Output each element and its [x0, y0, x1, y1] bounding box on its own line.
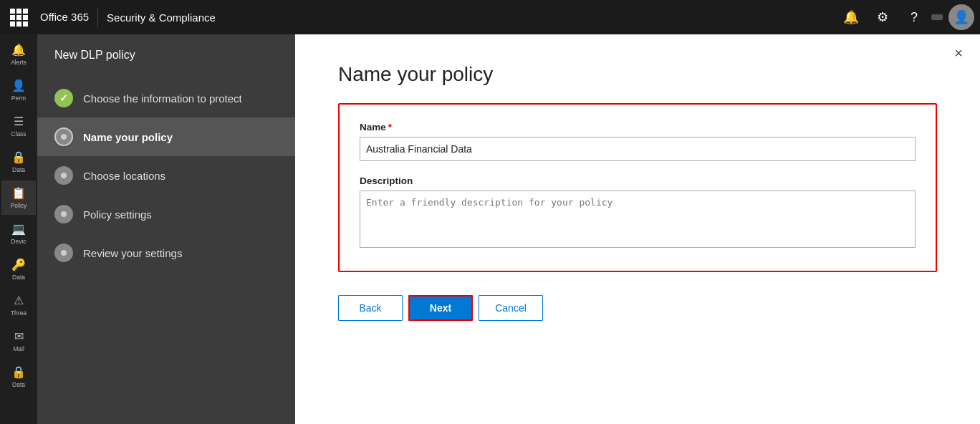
wizard-sidebar: New DLP policy ✓ Choose the information …: [37, 34, 295, 424]
user-name: [931, 14, 943, 20]
settings-button[interactable]: ⚙: [868, 3, 897, 32]
step-circle-review-settings: [54, 244, 73, 262]
sidebar-label-data2: Data: [12, 274, 25, 281]
wizard-step-review-settings[interactable]: Review your settings: [37, 233, 295, 272]
classification-icon: ☰: [14, 115, 24, 128]
sidebar-item-data3[interactable]: 🔒 Data: [1, 360, 36, 394]
step-circle-name-policy: [54, 127, 73, 146]
app-launcher-button[interactable]: [6, 4, 32, 30]
step-circle-choose-info: ✓: [54, 89, 73, 107]
main-layout: 🔔 Alerts 👤 Perm ☰ Class 🔒 Data 📋 Policy …: [0, 34, 980, 424]
permissions-icon: 👤: [11, 79, 26, 92]
step-label-policy-settings: Policy settings: [83, 208, 152, 221]
app-label: Security & Compliance: [107, 11, 837, 24]
data-gov-icon: 🔒: [11, 150, 26, 164]
sidebar-label-data-gov: Data: [12, 166, 25, 173]
wizard-step-name-policy[interactable]: Name your policy: [37, 117, 295, 156]
device-icon: 💻: [11, 222, 26, 236]
step-dot-policy-settings: [61, 211, 67, 217]
sidebar-item-classification[interactable]: ☰ Class: [1, 109, 36, 143]
description-label: Description: [360, 175, 916, 186]
step-circle-choose-locations: [54, 166, 73, 185]
sidebar-label-policy: Policy: [11, 202, 27, 209]
sidebar-label-device: Devic: [11, 238, 26, 245]
sidebar-label-classification: Class: [11, 130, 26, 138]
avatar[interactable]: 👤: [948, 4, 974, 30]
policy-icon: 📋: [11, 186, 26, 200]
topbar: Office 365 Security & Compliance 🔔 ⚙ ? 👤: [0, 0, 980, 34]
content-area: × Name your policy Name* Description Bac…: [295, 34, 980, 424]
mail-icon: ✉: [14, 329, 24, 343]
step-dot-review-settings: [61, 250, 67, 256]
sidebar-item-data2[interactable]: 🔑 Data: [1, 252, 36, 286]
step-label-choose-info: Choose the information to protect: [83, 92, 242, 105]
sidebar-label-permissions: Perm: [11, 95, 26, 102]
sidebar-item-mail[interactable]: ✉ Mail: [1, 324, 36, 358]
step-circle-policy-settings: [54, 205, 73, 223]
step-dot-choose-locations: [61, 173, 67, 178]
waffle-icon: [10, 9, 28, 26]
sidebar-item-device[interactable]: 💻 Devic: [1, 216, 36, 251]
step-label-choose-locations: Choose locations: [83, 170, 165, 182]
sidebar-label-mail: Mail: [13, 345, 24, 352]
next-button[interactable]: Next: [408, 295, 473, 321]
button-row: Back Next Cancel: [338, 295, 937, 321]
form-box: Name* Description: [338, 103, 937, 272]
sidebar-label-data3: Data: [12, 381, 25, 388]
sidebar-label-threat: Threa: [11, 309, 27, 317]
topbar-icons: 🔔 ⚙ ? 👤: [837, 3, 974, 32]
wizard-step-choose-info[interactable]: ✓ Choose the information to protect: [37, 79, 295, 117]
wizard-title: New DLP policy: [37, 49, 295, 79]
step-dot-name-policy: [61, 134, 67, 140]
alerts-icon: 🔔: [11, 43, 26, 57]
name-input[interactable]: [360, 137, 916, 161]
close-button[interactable]: ×: [954, 46, 963, 60]
sidebar-item-policy[interactable]: 📋 Policy: [1, 180, 36, 215]
threat-icon: ⚠: [14, 294, 24, 307]
cancel-button[interactable]: Cancel: [479, 295, 543, 321]
notifications-button[interactable]: 🔔: [837, 3, 865, 32]
wizard-step-policy-settings[interactable]: Policy settings: [37, 195, 295, 233]
sidebar-item-data-gov[interactable]: 🔒 Data: [1, 145, 36, 179]
step-label-name-policy: Name your policy: [83, 131, 173, 143]
data3-icon: 🔒: [11, 365, 26, 379]
sidebar-item-threat[interactable]: ⚠ Threa: [1, 288, 36, 322]
sidebar-item-alerts[interactable]: 🔔 Alerts: [1, 37, 36, 72]
checkmark-icon: ✓: [59, 92, 68, 104]
name-field-label: Name*: [360, 122, 916, 132]
sidebar-label-alerts: Alerts: [11, 59, 27, 66]
sidebar-narrow: 🔔 Alerts 👤 Perm ☰ Class 🔒 Data 📋 Policy …: [0, 34, 37, 424]
office-label: Office 365: [34, 7, 98, 27]
page-title: Name your policy: [338, 63, 937, 86]
wizard-step-choose-locations[interactable]: Choose locations: [37, 156, 295, 195]
data2-icon: 🔑: [11, 258, 26, 271]
back-button[interactable]: Back: [338, 295, 403, 321]
description-input[interactable]: [360, 191, 916, 248]
sidebar-item-permissions[interactable]: 👤 Perm: [1, 73, 36, 107]
help-button[interactable]: ?: [900, 3, 928, 32]
step-label-review-settings: Review your settings: [83, 247, 182, 259]
required-marker: *: [388, 122, 392, 132]
wizard-steps: ✓ Choose the information to protect Name…: [37, 79, 295, 272]
